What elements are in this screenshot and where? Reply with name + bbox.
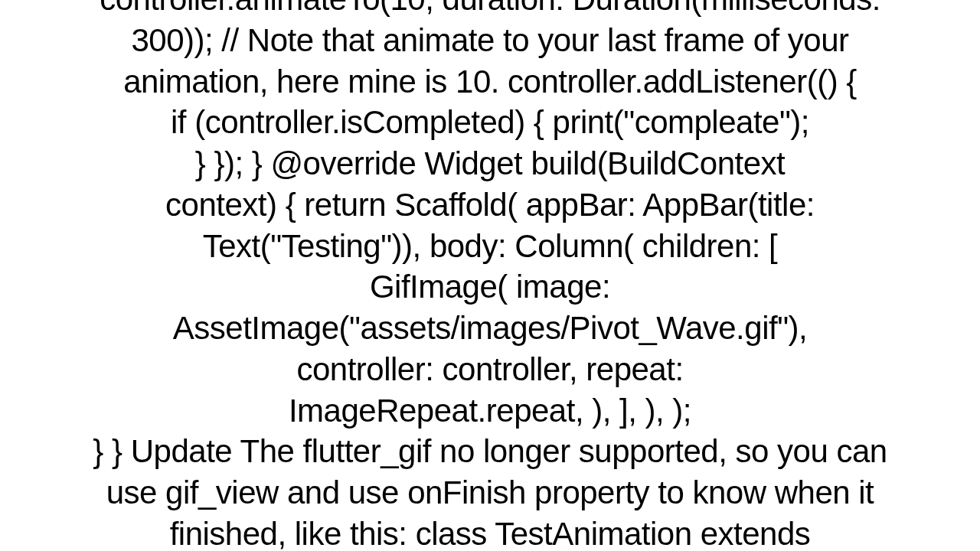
text-line: controller: controller, repeat:: [31, 349, 949, 390]
text-line: AssetImage("assets/images/Pivot_Wave.gif…: [31, 308, 949, 349]
text-line: Text("Testing")), body: Column( children…: [31, 226, 949, 267]
text-line: use gif_view and use onFinish property t…: [31, 472, 949, 514]
text-line: ImageRepeat.repeat, ), ], ), );: [31, 390, 949, 432]
text-line: } }); } @override Widget build(BuildCont…: [31, 143, 949, 184]
text-line: controller.animateTo(10, duration: Durat…: [31, 0, 949, 20]
text-line: if (controller.isCompleted) { print("com…: [31, 102, 949, 143]
text-line: } } Update The flutter_gif no longer sup…: [31, 431, 949, 472]
document-text-block: controller.animateTo(10, duration: Durat…: [0, 0, 980, 551]
text-line: finished, like this: class TestAnimation…: [31, 514, 949, 551]
text-line: 300)); // Note that animate to your last…: [31, 20, 949, 61]
text-line: animation, here mine is 10. controller.a…: [31, 61, 949, 103]
text-line: context) { return Scaffold( appBar: AppB…: [31, 184, 949, 226]
text-line: GifImage( image:: [31, 266, 949, 308]
